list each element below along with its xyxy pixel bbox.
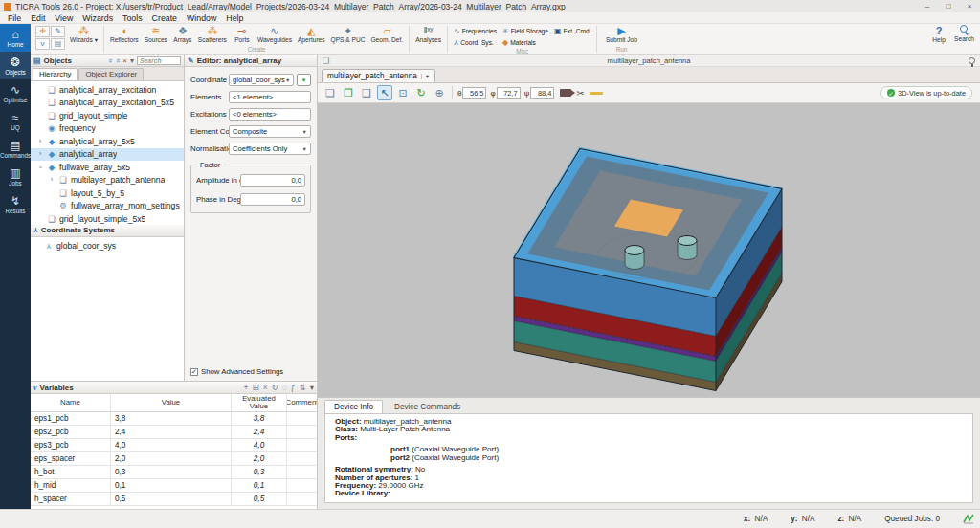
tab-object-explorer[interactable]: Object Explorer xyxy=(78,68,144,80)
add-table-icon[interactable]: ⊞ xyxy=(253,383,259,392)
sidebar-item-objects[interactable]: ❂Objects xyxy=(0,52,31,79)
rotation-input[interactable]: 88,4 xyxy=(530,87,554,99)
variable-value[interactable]: 0,1 xyxy=(111,479,232,492)
dropdown-icon[interactable]: ▾ xyxy=(130,56,134,65)
field-input-normalisation[interactable]: Coefficients Only▼ xyxy=(229,143,311,155)
variable-row-eps1_pcb[interactable]: eps1_pcb3,83,8 xyxy=(31,412,317,426)
ribbon-sources[interactable]: ≋Sources xyxy=(142,25,170,43)
field-input-coordinate-system[interactable]: global_coor_sys▼ xyxy=(229,74,294,86)
quick-nu-icon[interactable]: ν xyxy=(35,38,50,50)
sidebar-item-jobs[interactable]: ▥Jobs xyxy=(0,163,31,190)
view3d-tool-new-view-icon[interactable]: ❏ xyxy=(323,85,338,100)
objects-search-input[interactable]: Search xyxy=(137,56,181,65)
rotation-input[interactable]: 72,7 xyxy=(497,87,521,99)
menu-dropdown-icon[interactable]: ▾ xyxy=(310,383,314,392)
tree-expander-icon[interactable]: › xyxy=(36,138,44,145)
ribbon-ports[interactable]: ⊸Ports xyxy=(230,25,255,43)
variable-row-eps3_pcb[interactable]: eps3_pcb4,04,0 xyxy=(31,439,317,452)
variable-value[interactable]: 2,0 xyxy=(111,452,232,465)
ribbon-scatterers[interactable]: ⁂Scatterers xyxy=(195,25,230,43)
tree-item-analytical-array[interactable]: ›◆analytical_array xyxy=(31,148,184,162)
ribbon-ext-cmd[interactable]: ▣Ext. Cmd. xyxy=(551,25,594,36)
column-header-comment[interactable]: Comment xyxy=(287,394,317,411)
sidebar-item-optimise[interactable]: ∿Optimise xyxy=(0,79,31,107)
show-advanced-settings[interactable]: ✓ Show Advanced Settings xyxy=(190,367,311,376)
variable-comment[interactable] xyxy=(287,479,317,492)
delete-icon[interactable]: × xyxy=(122,56,127,65)
variable-comment[interactable] xyxy=(287,452,317,465)
tree-item-fullwave-array-5x5[interactable]: ›◆fullwave_array_5x5 xyxy=(31,161,184,174)
wizards-button[interactable]: ⁂ Wizards ▾ xyxy=(67,25,100,44)
ribbon-geom-def[interactable]: ▱Geom. Def. xyxy=(368,25,406,43)
tab-dropdown-icon[interactable]: ▼ xyxy=(421,74,430,79)
3d-model-multilayer-patch-antenna[interactable] xyxy=(318,103,980,397)
close-button[interactable]: × xyxy=(959,0,980,12)
quick-form-icon[interactable]: ▤ xyxy=(51,38,65,50)
advanced-settings-checkbox[interactable]: ✓ xyxy=(190,368,198,376)
menu-edit[interactable]: Edit xyxy=(26,13,50,23)
view3d-tool-copy-view-icon[interactable]: ❑ xyxy=(359,85,374,100)
variable-row-eps_spacer[interactable]: eps_spacer2,02,0 xyxy=(31,452,317,466)
variable-comment[interactable] xyxy=(287,493,317,505)
tree-expander-icon[interactable]: › xyxy=(48,176,56,184)
tree-item-multilayer-patch-antenna[interactable]: ›❑multilayer_patch_antenna xyxy=(31,174,184,187)
view3d-tool-zoom-region-icon[interactable]: ⊡ xyxy=(395,85,411,100)
menu-window[interactable]: Window xyxy=(182,13,221,23)
tree-item-fullwave-array-mom-settings[interactable]: ⚙fullwave_array_mom_settings xyxy=(31,200,184,213)
field-input-excitations[interactable]: <0 elements> xyxy=(229,108,311,121)
variable-comment[interactable] xyxy=(287,466,317,478)
field-input-amplitude-in-db[interactable]: 0,0 xyxy=(240,174,305,187)
menu-file[interactable]: File xyxy=(3,13,26,23)
variable-value[interactable]: 4,0 xyxy=(111,439,232,451)
analyses-button[interactable]: ‖ˣʸ Analyses xyxy=(412,25,444,43)
variable-comment[interactable] xyxy=(287,426,317,438)
menu-help[interactable]: Help xyxy=(221,13,248,23)
search-button[interactable]: Search xyxy=(951,25,977,54)
variable-comment[interactable] xyxy=(287,412,317,425)
maximize-button[interactable]: □ xyxy=(938,0,959,12)
menu-tools[interactable]: Tools xyxy=(118,13,147,23)
ribbon-arrays[interactable]: ❖Arrays xyxy=(170,25,195,43)
tree-item-layout-5-by-5[interactable]: ❑layout_5_by_5 xyxy=(31,187,184,200)
menu-wizards[interactable]: Wizards xyxy=(78,13,118,23)
column-header-value[interactable]: Value xyxy=(111,394,232,411)
sidebar-item-home[interactable]: ⌂Home xyxy=(0,24,31,52)
ribbon-reflectors[interactable]: ◖Reflectors xyxy=(107,25,142,43)
tree-item-analytical-array-excitation[interactable]: ❑analytical_array_excitation xyxy=(31,83,184,97)
function-icon[interactable]: ƒ xyxy=(291,383,296,392)
expand-all-icon[interactable]: « xyxy=(114,58,122,62)
cut-plane-icon[interactable]: ✂ xyxy=(576,88,584,99)
field-input-element-composite[interactable]: Composite▼ xyxy=(229,125,311,138)
tree-item-frequency[interactable]: ◉frequency xyxy=(31,122,184,136)
variable-comment[interactable] xyxy=(287,439,317,451)
ribbon-submit-job[interactable]: ▶Submit Job xyxy=(600,25,642,43)
camera-icon[interactable] xyxy=(560,89,571,97)
coord-item-global-coor-sys[interactable]: Yglobal_coor_sys xyxy=(31,240,184,253)
rotation-input[interactable]: 56,5 xyxy=(462,87,486,99)
view3d-canvas[interactable] xyxy=(318,103,980,397)
ruler-icon[interactable] xyxy=(590,92,603,95)
ribbon-materials[interactable]: ◆Materials xyxy=(500,36,539,48)
find-icon[interactable]: ◌ xyxy=(282,383,287,392)
coordinate-picker-button[interactable]: ▼ xyxy=(297,74,311,86)
minimize-button[interactable]: – xyxy=(917,0,938,12)
ribbon-frequencies[interactable]: ∿Frequencies xyxy=(451,25,500,36)
tree-expander-icon[interactable]: › xyxy=(36,164,44,171)
ribbon-qps-puc[interactable]: ✦QPS & PUC xyxy=(328,25,368,43)
variable-row-h_mid[interactable]: h_mid0,10,1 xyxy=(31,479,317,493)
help-button[interactable]: ? Help xyxy=(926,25,951,54)
refresh-icon[interactable]: ↻ xyxy=(272,383,278,392)
ribbon-coord-sys[interactable]: YCoord. Sys. xyxy=(451,36,497,48)
ribbon-waveguides[interactable]: ∿Waveguides xyxy=(255,25,295,43)
quick-pencil-icon[interactable]: ✎ xyxy=(51,26,65,37)
tree-item-analytical-array-5x5[interactable]: ›◆analytical_array_5x5 xyxy=(31,135,184,148)
column-header-name[interactable]: Name xyxy=(31,394,111,411)
variable-value[interactable]: 0,3 xyxy=(111,466,232,478)
view3d-tool-save-image-icon[interactable]: ❐ xyxy=(341,85,356,100)
variable-row-eps2_pcb[interactable]: eps2_pcb2,42,4 xyxy=(31,426,317,439)
variable-value[interactable]: 3,8 xyxy=(111,412,232,425)
tab-hierarchy[interactable]: Hierarchy xyxy=(33,68,78,80)
tab-device-commands[interactable]: Device Commands xyxy=(385,400,470,413)
ribbon-apertures[interactable]: ◭Apertures xyxy=(295,25,328,43)
tree-item-analytical-array-excitation-5x5[interactable]: ❑analytical_array_excitation_5x5 xyxy=(31,97,184,110)
